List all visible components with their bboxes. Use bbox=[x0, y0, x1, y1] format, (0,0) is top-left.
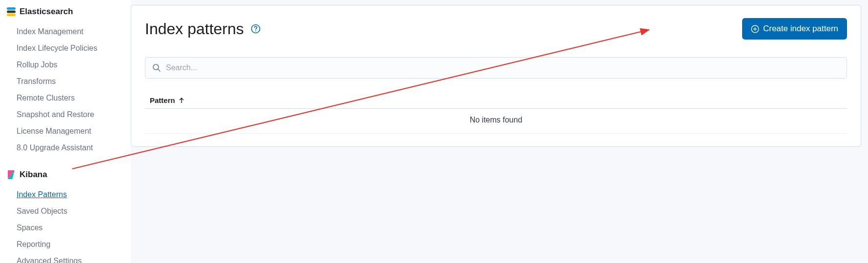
nav-heading-label: Kibana bbox=[20, 170, 47, 180]
nav-section-elasticsearch: Elasticsearch Index Management Index Lif… bbox=[7, 7, 131, 156]
sidebar-item-remote-clusters[interactable]: Remote Clusters bbox=[7, 90, 131, 106]
sidebar-item-index-lifecycle-policies[interactable]: Index Lifecycle Policies bbox=[7, 40, 131, 57]
search-icon bbox=[152, 63, 161, 72]
sidebar-item-spaces[interactable]: Spaces bbox=[7, 220, 131, 236]
nav-heading-label: Elasticsearch bbox=[20, 7, 73, 17]
create-index-pattern-button[interactable]: Create index pattern bbox=[742, 18, 847, 40]
svg-rect-1 bbox=[7, 11, 16, 13]
elasticsearch-icon bbox=[7, 7, 16, 16]
sidebar-item-saved-objects[interactable]: Saved Objects bbox=[7, 203, 131, 220]
table-header-row: Pattern bbox=[145, 92, 847, 109]
svg-point-10 bbox=[153, 64, 159, 70]
sidebar-item-advanced-settings[interactable]: Advanced Settings bbox=[7, 253, 131, 263]
empty-state-message: No items found bbox=[145, 109, 847, 134]
sidebar-item-upgrade-assistant[interactable]: 8.0 Upgrade Assistant bbox=[7, 140, 131, 156]
sidebar-item-reporting[interactable]: Reporting bbox=[7, 236, 131, 253]
search-field-wrap[interactable] bbox=[145, 57, 847, 79]
page-title: Index patterns bbox=[145, 20, 244, 38]
sidebar-item-index-patterns[interactable]: Index Patterns bbox=[7, 186, 131, 203]
svg-rect-2 bbox=[7, 14, 16, 16]
sidebar-item-rollup-jobs[interactable]: Rollup Jobs bbox=[7, 57, 131, 73]
sidebar-item-snapshot-and-restore[interactable]: Snapshot and Restore bbox=[7, 106, 131, 123]
svg-rect-0 bbox=[7, 7, 16, 10]
nav-section-kibana: Kibana Index Patterns Saved Objects Spac… bbox=[7, 170, 131, 263]
svg-point-6 bbox=[255, 31, 256, 32]
sort-ascending-icon bbox=[178, 97, 185, 104]
help-icon[interactable] bbox=[251, 24, 261, 34]
sidebar-item-index-management[interactable]: Index Management bbox=[7, 23, 131, 40]
table-body: No items found bbox=[145, 109, 847, 134]
kibana-icon bbox=[7, 170, 16, 179]
main-content: Index patterns Create index pattern bbox=[131, 0, 868, 263]
plus-circle-icon bbox=[751, 25, 759, 33]
create-button-label: Create index pattern bbox=[763, 24, 838, 34]
nav-heading-kibana: Kibana bbox=[7, 170, 131, 180]
index-patterns-panel: Index patterns Create index pattern bbox=[131, 5, 861, 147]
sidebar: Elasticsearch Index Management Index Lif… bbox=[0, 0, 131, 263]
column-header-label: Pattern bbox=[150, 96, 175, 104]
sidebar-item-license-management[interactable]: License Management bbox=[7, 123, 131, 140]
search-input[interactable] bbox=[166, 63, 840, 72]
column-header-pattern[interactable]: Pattern bbox=[150, 96, 185, 104]
svg-line-11 bbox=[158, 69, 160, 71]
nav-heading-elasticsearch: Elasticsearch bbox=[7, 7, 131, 17]
sidebar-item-transforms[interactable]: Transforms bbox=[7, 73, 131, 90]
